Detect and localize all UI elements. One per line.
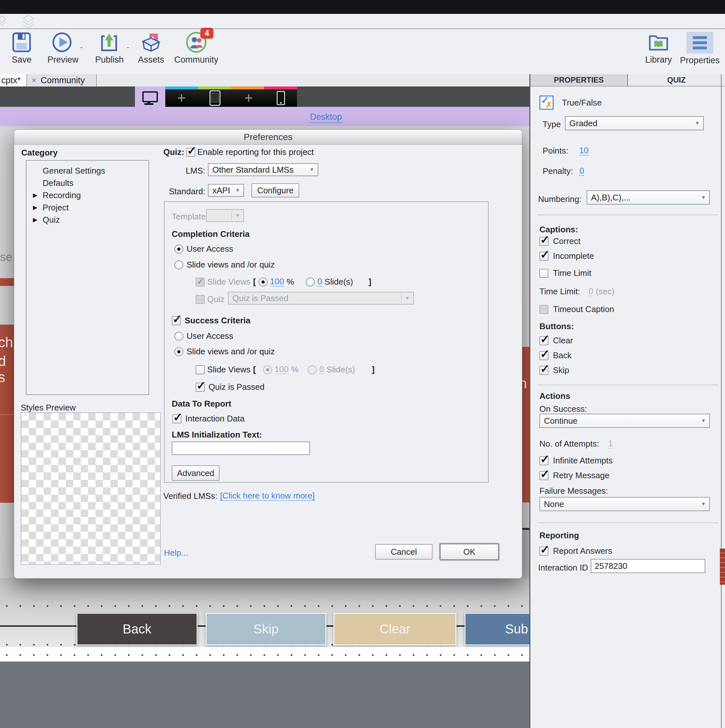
publish-dropdown-chevron[interactable]: ˇ	[127, 46, 129, 54]
clear-checkbox[interactable]	[540, 336, 549, 345]
radio-selected-icon[interactable]	[174, 245, 183, 254]
button-back-row: Back	[540, 350, 572, 361]
slides-value-link[interactable]: 0	[317, 277, 322, 286]
community-button[interactable]: 4 Community	[176, 32, 217, 65]
preview-button[interactable]: ˇ Preview	[45, 32, 81, 65]
breakpoint-label-band: Desktop	[0, 107, 529, 126]
report-answers-checkbox[interactable]	[540, 547, 549, 556]
properties-label: Properties	[680, 55, 719, 66]
stage-bottom: Back Skip Clear Sub	[0, 578, 529, 728]
standard-label: Standard:	[163, 187, 205, 197]
tab-quiz[interactable]: QUIZ	[628, 74, 725, 87]
percent-value-link[interactable]: 100	[270, 277, 284, 286]
actions-heading: Actions	[540, 391, 570, 401]
standard-dropdown[interactable]: xAPI	[208, 184, 244, 197]
expand-arrow-icon[interactable]: ▶	[33, 216, 43, 223]
numbering-dropdown[interactable]: A),B),C),...	[587, 190, 710, 205]
slide-block-right: h	[522, 347, 529, 502]
failure-messages-label: Failure Messages:	[540, 486, 608, 496]
lms-init-input[interactable]	[172, 442, 310, 455]
tab-properties[interactable]: PROPERTIES	[530, 74, 628, 87]
category-item-defaults[interactable]: Defaults	[26, 177, 149, 189]
retry-message-row: Retry Message	[540, 471, 609, 480]
breakpoint-strip-orange	[231, 87, 264, 89]
template-dropdown	[206, 209, 244, 222]
penalty-value-link[interactable]: 0	[579, 167, 584, 176]
interaction-id-input[interactable]	[591, 559, 705, 573]
on-success-dropdown[interactable]: Continue	[540, 414, 710, 428]
enable-reporting-checkbox[interactable]	[186, 148, 195, 157]
caption-time-limit-row: Time Limit	[540, 268, 592, 278]
assets-button[interactable]: Assets	[136, 32, 167, 65]
category-item-general-settings[interactable]: General Settings	[26, 165, 149, 177]
preview-dropdown-chevron[interactable]: ˇ	[80, 46, 83, 54]
configure-button[interactable]: Configure	[251, 183, 299, 197]
category-item-recording[interactable]: ▶Recording	[26, 189, 149, 201]
expand-arrow-icon[interactable]: ▶	[33, 204, 43, 211]
lms-dropdown[interactable]: Other Standard LMSs	[208, 163, 318, 176]
infinite-attempts-checkbox[interactable]	[540, 456, 549, 465]
failure-messages-dropdown[interactable]: None	[540, 497, 710, 511]
lms-value: Other Standard LMSs	[212, 165, 293, 175]
success-user-access-option[interactable]: User Access	[174, 331, 233, 341]
expand-arrow-icon[interactable]: ▶	[33, 192, 43, 199]
ok-button[interactable]: OK	[440, 543, 499, 560]
quiz-passed-checkbox[interactable]	[196, 383, 205, 392]
verified-lms-link[interactable]: [Click here to know more]	[220, 491, 315, 501]
incomplete-checkbox[interactable]	[540, 252, 549, 261]
category-item-quiz[interactable]: ▶Quiz	[26, 214, 149, 226]
tab-document[interactable]: cptx*	[0, 74, 27, 87]
add-breakpoint-icon[interactable]: +	[177, 90, 186, 105]
publish-button[interactable]: ˇ Publish	[92, 32, 127, 65]
workspace-background	[0, 662, 529, 728]
retry-message-checkbox[interactable]	[540, 471, 549, 480]
quiz-clear-button[interactable]: Clear	[333, 613, 457, 645]
slides-radio[interactable]	[306, 277, 315, 286]
type-dropdown[interactable]: Graded	[565, 116, 704, 130]
time-limit-checkbox[interactable]	[540, 269, 549, 278]
correct-checkbox[interactable]	[540, 237, 549, 246]
device-desktop-button[interactable]	[135, 87, 165, 107]
numbering-label: Numbering:	[538, 194, 581, 204]
points-value-link[interactable]: 10	[579, 146, 589, 156]
device-bar: + +	[0, 87, 529, 107]
completion-slide-views-option[interactable]: Slide views and /or quiz	[174, 260, 275, 270]
tab-community[interactable]: × Community	[27, 74, 97, 87]
reporting-heading: Reporting	[540, 531, 579, 540]
desktop-link[interactable]: Desktop	[310, 112, 342, 123]
skip-checkbox[interactable]	[540, 366, 549, 375]
phone-icon[interactable]	[277, 91, 285, 105]
time-limit-row: Time Limit: 0 (sec)	[540, 286, 614, 297]
window-title-bar	[0, 0, 725, 14]
quiz-submit-button[interactable]: Sub	[464, 613, 529, 645]
panel-scrollbar[interactable]	[721, 74, 722, 728]
quiz-back-button[interactable]: Back	[77, 613, 198, 645]
add-breakpoint-icon[interactable]: +	[244, 90, 253, 105]
quiz-skip-button[interactable]: Skip	[205, 613, 326, 645]
help-link[interactable]: Help...	[164, 548, 188, 558]
properties-button[interactable]: Properties	[681, 32, 719, 66]
advanced-button[interactable]: Advanced	[172, 465, 219, 481]
success-slide-views-checkbox[interactable]	[196, 365, 205, 374]
library-label: Library	[645, 55, 672, 65]
radio-icon[interactable]	[174, 260, 183, 269]
completion-quiz-row: Quiz	[196, 294, 224, 304]
preferences-dialog: Preferences Category General Settings De…	[14, 129, 522, 578]
library-button[interactable]: Library	[641, 32, 676, 65]
cancel-button[interactable]: Cancel	[375, 544, 432, 560]
success-slide-views-row: Slide Views [ 100 % 0 Slide(s) ]	[196, 365, 374, 375]
save-button[interactable]: Save	[7, 32, 36, 65]
radio-icon[interactable]	[174, 332, 183, 341]
success-slide-views-option[interactable]: Slide views and /or quiz	[174, 347, 275, 356]
tablet-icon[interactable]	[210, 90, 221, 106]
dialog-title-bar[interactable]: Preferences	[14, 130, 522, 145]
data-to-report-heading: Data To Report	[172, 399, 231, 409]
back-checkbox[interactable]	[540, 351, 549, 360]
close-icon[interactable]: ×	[32, 76, 36, 85]
completion-user-access-option[interactable]: User Access	[174, 244, 233, 254]
category-item-project[interactable]: ▶Project	[26, 201, 149, 214]
radio-selected-icon[interactable]	[174, 347, 183, 356]
percent-radio[interactable]	[259, 277, 268, 286]
success-criteria-checkbox[interactable]	[172, 316, 181, 325]
interaction-data-checkbox[interactable]	[172, 414, 181, 424]
